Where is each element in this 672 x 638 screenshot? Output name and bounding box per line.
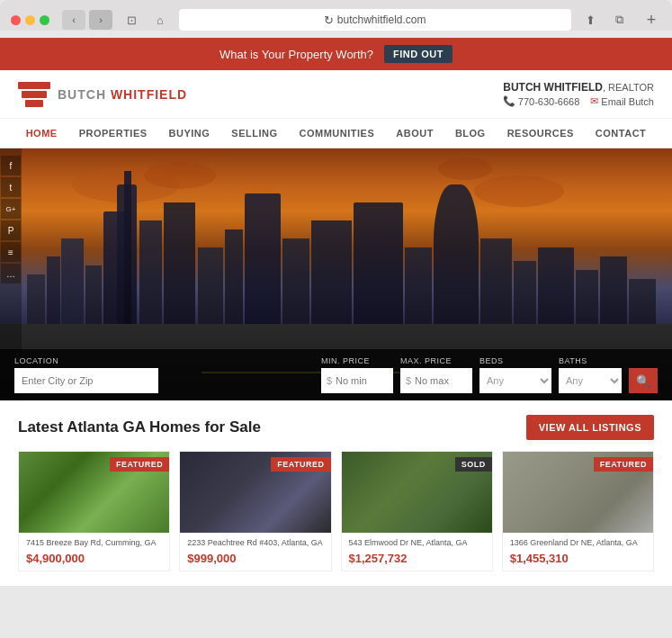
- search-button[interactable]: 🔍: [629, 368, 658, 393]
- property-card-3[interactable]: SOLD 543 Elmwood Dr NE, Atlanta, GA $1,2…: [341, 451, 493, 571]
- address-bar[interactable]: ↻ butchwhitfield.com: [179, 9, 571, 31]
- more-button[interactable]: …: [1, 264, 21, 283]
- reader-view-button[interactable]: ⊡: [120, 10, 143, 30]
- listings-section: Latest Atlanta GA Homes for Sale VIEW AL…: [0, 400, 672, 586]
- building-9: [225, 229, 243, 328]
- building-7: [164, 202, 195, 328]
- phone-icon: 📞: [503, 95, 515, 107]
- search-bar: Location Min. Price $ Max. Price $ Beds: [0, 349, 672, 400]
- building-20: [629, 279, 656, 328]
- building-14: [405, 247, 432, 328]
- twitter-button[interactable]: t: [1, 177, 21, 197]
- logo-icon: [18, 82, 50, 107]
- google-plus-button[interactable]: G+: [1, 199, 21, 219]
- browser-nav-buttons: ‹ ›: [62, 10, 112, 30]
- building-8: [198, 247, 223, 328]
- max-price-symbol: $: [406, 375, 411, 386]
- new-tab-button[interactable]: +: [641, 10, 661, 30]
- building-18: [576, 270, 598, 328]
- nav-item-contact[interactable]: CONTACT: [596, 128, 646, 139]
- nav-item-about[interactable]: ABOUT: [396, 128, 434, 139]
- property-card-2[interactable]: FEATURED 2233 Peachtree Rd #403, Atlanta…: [179, 451, 331, 571]
- logo-bar-3: [25, 100, 43, 107]
- property-badge-4: FEATURED: [594, 457, 653, 472]
- share-button[interactable]: ⬆: [578, 10, 602, 30]
- agent-name-line: BUTCH WHITFIELD, REALTOR: [503, 81, 654, 94]
- beds-select[interactable]: Any 1+ 2+ 3+ 4+ 5+: [479, 368, 551, 393]
- property-image-3: SOLD: [342, 452, 492, 533]
- baths-select[interactable]: Any 1+ 2+ 3+: [559, 368, 622, 393]
- skyline: [0, 166, 672, 328]
- property-price-2: $999,000: [187, 552, 323, 565]
- property-price-3: $1,257,732: [349, 552, 485, 565]
- browser-dots: [11, 15, 49, 25]
- nav-item-properties[interactable]: PROPERTIES: [79, 128, 148, 139]
- browser-icons: ⊡ ⌂: [120, 10, 172, 30]
- min-price-wrapper: $: [321, 368, 393, 393]
- property-info-1: 7415 Breeze Bay Rd, Cumming, GA $4,900,0…: [19, 533, 169, 571]
- phone-contact[interactable]: 📞 770-630-6668: [503, 95, 580, 107]
- url-text: butchwhitfield.com: [337, 13, 426, 26]
- property-address-4: 1366 Greenland Dr NE, Atlanta, GA: [510, 538, 646, 549]
- property-card-1[interactable]: FEATURED 7415 Breeze Bay Rd, Cumming, GA…: [18, 451, 170, 571]
- header-contact: BUTCH WHITFIELD, REALTOR 📞 770-630-6668 …: [503, 81, 654, 107]
- beds-label: Beds: [479, 356, 551, 365]
- nav-item-blog[interactable]: BLOG: [455, 128, 486, 139]
- property-address-1: 7415 Breeze Bay Rd, Cumming, GA: [26, 538, 162, 549]
- property-address-2: 2233 Peachtree Rd #403, Atlanta, GA: [187, 538, 323, 549]
- nav-item-buying[interactable]: BUYING: [169, 128, 211, 139]
- find-out-button[interactable]: FIND OUT: [384, 45, 452, 63]
- building-10: [245, 193, 281, 328]
- website: What is Your Property Worth? FIND OUT BU…: [0, 38, 672, 586]
- building-19: [600, 256, 627, 328]
- property-image-4: FEATURED: [503, 452, 653, 533]
- building-12: [311, 220, 352, 328]
- nav-item-communities[interactable]: COMMUNITIES: [300, 128, 375, 139]
- forward-button[interactable]: ›: [89, 10, 112, 30]
- minimize-dot[interactable]: [25, 15, 35, 25]
- email-icon: ✉: [590, 95, 598, 107]
- close-dot[interactable]: [11, 15, 21, 25]
- building-16: [514, 261, 536, 328]
- nav-item-selling[interactable]: SELLING: [231, 128, 277, 139]
- phone-number: 770-630-6668: [518, 96, 580, 107]
- view-all-button[interactable]: VIEW ALL LISTINGS: [526, 415, 654, 440]
- property-grid: FEATURED 7415 Breeze Bay Rd, Cumming, GA…: [18, 451, 654, 571]
- property-info-2: 2233 Peachtree Rd #403, Atlanta, GA $999…: [180, 533, 330, 571]
- facebook-button[interactable]: f: [1, 156, 21, 175]
- listings-header: Latest Atlanta GA Homes for Sale VIEW AL…: [18, 415, 654, 440]
- tab-overview-button[interactable]: ⧉: [607, 10, 631, 30]
- banner-text: What is Your Property Worth?: [220, 48, 373, 61]
- building-3: [61, 238, 84, 328]
- property-image-1: FEATURED: [19, 452, 169, 533]
- property-image-2: FEATURED: [180, 452, 330, 533]
- reload-icon: ↻: [324, 13, 334, 27]
- listings-title: Latest Atlanta GA Homes for Sale: [18, 418, 261, 436]
- logo[interactable]: BUTCH WHITFIELD: [18, 82, 187, 107]
- email-contact[interactable]: ✉ Email Butch: [590, 95, 654, 107]
- building-1: [27, 274, 45, 328]
- site-header: BUTCH WHITFIELD BUTCH WHITFIELD, REALTOR…: [0, 70, 672, 119]
- home-button[interactable]: ⌂: [148, 10, 172, 30]
- max-price-label: Max. Price: [400, 356, 472, 365]
- logo-bar-1: [18, 82, 50, 89]
- layers-button[interactable]: ≡: [1, 242, 21, 262]
- min-price-symbol: $: [327, 375, 332, 386]
- nav-item-home[interactable]: HOME: [26, 128, 58, 139]
- baths-label: Baths: [559, 356, 622, 365]
- browser-chrome: ‹ › ⊡ ⌂ ↻ butchwhitfield.com ⬆ ⧉ +: [0, 0, 672, 31]
- building-6: [139, 220, 162, 328]
- property-price-4: $1,455,310: [510, 552, 646, 565]
- location-label: Location: [14, 356, 314, 365]
- back-button[interactable]: ‹: [62, 10, 85, 30]
- property-price-1: $4,900,000: [26, 552, 162, 565]
- nav-item-resources[interactable]: RESOURCES: [507, 128, 574, 139]
- logo-whitfield: WHITFIELD: [106, 87, 187, 102]
- logo-text: BUTCH WHITFIELD: [58, 87, 187, 102]
- property-card-4[interactable]: FEATURED 1366 Greenland Dr NE, Atlanta, …: [502, 451, 654, 571]
- pinterest-button[interactable]: P: [1, 220, 21, 240]
- location-input[interactable]: [14, 368, 158, 393]
- property-badge-1: FEATURED: [110, 457, 169, 472]
- min-price-field: Min. Price $: [321, 356, 393, 393]
- maximize-dot[interactable]: [40, 15, 49, 25]
